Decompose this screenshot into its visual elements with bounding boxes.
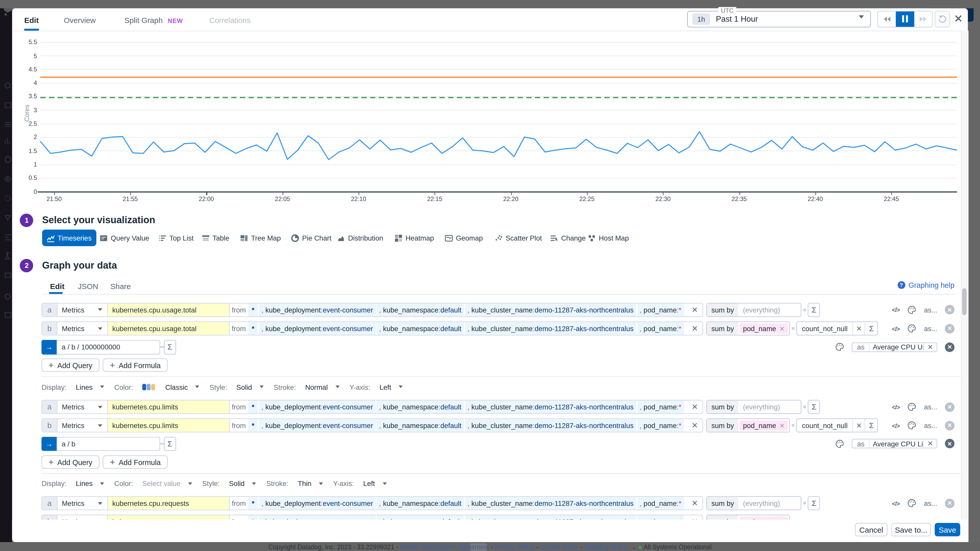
- code-icon[interactable]: </>: [892, 500, 900, 507]
- alias-button[interactable]: as...: [924, 422, 937, 429]
- code-icon[interactable]: </>: [892, 306, 900, 313]
- add-function-button[interactable]: Σ: [808, 303, 820, 317]
- remove-query-icon[interactable]: ✕: [945, 324, 955, 333]
- metric-field[interactable]: kubernetes.cpu.usage.total: [108, 322, 229, 335]
- metric-field[interactable]: kubernetes.cpu.requests: [108, 497, 229, 510]
- link-msa[interactable]: Master Subscription Agreement: [400, 543, 489, 550]
- source-select[interactable]: Metrics: [57, 419, 108, 432]
- viz-option-tree-map[interactable]: Tree Map: [240, 230, 281, 246]
- add-function-button[interactable]: Σ: [164, 437, 176, 451]
- graphing-help-link[interactable]: ? Graphing help: [897, 281, 955, 289]
- time-pause-button[interactable]: [896, 11, 914, 27]
- clear-alias-icon[interactable]: ✕: [923, 440, 937, 448]
- link-status[interactable]: Datadog Status: [584, 543, 628, 550]
- alias-input[interactable]: Average CPU Limit: [870, 440, 923, 448]
- add-function-button[interactable]: Σ: [808, 496, 820, 510]
- alias-button[interactable]: as...: [924, 325, 937, 332]
- tab-graph-edit[interactable]: Edit: [50, 282, 65, 291]
- style-select[interactable]: Solid: [236, 383, 252, 391]
- sidebar-nav-icons[interactable]: [5, 82, 12, 324]
- palette-icon[interactable]: [907, 305, 916, 314]
- palette-icon[interactable]: [907, 421, 916, 430]
- link-cookie[interactable]: Cookie Policy: [540, 543, 579, 550]
- tab-edit[interactable]: Edit: [24, 16, 39, 24]
- palette-icon[interactable]: [907, 403, 916, 411]
- palette-icon[interactable]: [907, 324, 916, 333]
- remove-query-icon[interactable]: ✕: [945, 421, 955, 430]
- source-select[interactable]: Metrics: [57, 322, 108, 335]
- restore-button[interactable]: [935, 11, 950, 27]
- add-query-button[interactable]: +Add Query: [41, 359, 99, 372]
- tab-split-graph[interactable]: Split Graph: [124, 16, 163, 24]
- viz-option-geomap[interactable]: Geomap: [445, 230, 483, 246]
- sum-by-group[interactable]: sum by pod_name✕: [706, 321, 790, 336]
- viz-option-timeseries[interactable]: Timeseries: [42, 230, 96, 246]
- viz-option-top-list[interactable]: Top List: [158, 230, 194, 246]
- tab-graph-share[interactable]: Share: [110, 282, 131, 291]
- time-forward-button[interactable]: [914, 11, 932, 27]
- style-select[interactable]: Solid: [229, 480, 245, 487]
- drag-handle[interactable]: [803, 502, 806, 505]
- display-select[interactable]: Lines: [76, 480, 93, 487]
- clear-scope-icon[interactable]: ✕: [687, 497, 702, 510]
- alias-button[interactable]: as...: [924, 306, 937, 314]
- viz-option-host-map[interactable]: Host Map: [588, 230, 629, 246]
- scope-chips[interactable]: * , kube_deployment:event-consumer , kub…: [248, 322, 684, 335]
- tab-correlations[interactable]: Correlations: [209, 16, 251, 24]
- clear-scope-icon[interactable]: ✕: [687, 322, 702, 335]
- alias-box[interactable]: as Average CPU Usage ✕: [852, 342, 937, 352]
- function-group[interactable]: count_not_null ✕ Σ: [796, 418, 878, 433]
- color-select[interactable]: Classic: [165, 383, 188, 391]
- scope-chips[interactable]: * , kube_deployment:event-consumer , kub…: [248, 497, 684, 510]
- sum-by-group[interactable]: sum by (everything): [706, 303, 802, 317]
- source-select[interactable]: Metrics: [57, 497, 108, 510]
- add-formula-button[interactable]: +Add Formula: [103, 456, 168, 468]
- remove-formula-icon[interactable]: ✕: [945, 439, 955, 449]
- remove-tag-icon[interactable]: ✕: [780, 325, 785, 332]
- drag-handle[interactable]: [803, 406, 806, 408]
- add-function-button[interactable]: Σ: [808, 400, 820, 414]
- clear-scope-icon[interactable]: ✕: [687, 303, 702, 316]
- clear-alias-icon[interactable]: ✕: [923, 343, 937, 351]
- sum-by-tag[interactable]: pod_name✕: [740, 421, 788, 431]
- palette-icon[interactable]: [835, 439, 844, 448]
- metric-field[interactable]: kubernetes.cpu.limits: [108, 400, 229, 413]
- alias-input[interactable]: Average CPU Usage: [870, 343, 923, 351]
- color-select[interactable]: Select value: [142, 480, 180, 487]
- add-formula-button[interactable]: +Add Formula: [103, 359, 168, 372]
- viz-option-pie-chart[interactable]: Pie Chart: [291, 230, 331, 246]
- save-to-button[interactable]: Save to...: [891, 523, 931, 537]
- alias-button[interactable]: as...: [924, 499, 937, 507]
- palette-icon[interactable]: [907, 499, 916, 508]
- source-select[interactable]: Metrics: [57, 400, 108, 413]
- sum-by-group[interactable]: sum by (everything): [706, 496, 802, 510]
- sum-by-group[interactable]: sum by (everything): [706, 400, 802, 414]
- scope-chips[interactable]: * , kube_deployment:event-consumer , kub…: [248, 400, 684, 413]
- remove-formula-icon[interactable]: ✕: [945, 342, 955, 352]
- remove-function-icon[interactable]: ✕: [853, 322, 865, 335]
- drag-handle[interactable]: [792, 327, 794, 330]
- remove-query-icon[interactable]: ✕: [945, 305, 955, 315]
- yaxis-select[interactable]: Left: [380, 383, 391, 391]
- stroke-select[interactable]: Thin: [298, 480, 312, 487]
- code-icon[interactable]: </>: [892, 403, 900, 411]
- modal-scrollbar-track[interactable]: [961, 30, 969, 542]
- metric-field[interactable]: kubernetes.cpu.limits: [108, 419, 229, 432]
- drag-handle[interactable]: [792, 424, 794, 427]
- alias-box[interactable]: as Average CPU Limit ✕: [852, 439, 937, 449]
- yaxis-select[interactable]: Left: [363, 480, 375, 487]
- alias-button[interactable]: as...: [924, 403, 937, 411]
- source-select[interactable]: Metrics: [57, 303, 108, 316]
- palette-icon[interactable]: [835, 343, 844, 351]
- remove-query-icon[interactable]: ✕: [945, 402, 955, 412]
- scope-chips[interactable]: * , kube_deployment:event-consumer , kub…: [248, 419, 684, 432]
- metric-field[interactable]: kubernetes.cpu.usage.total: [108, 303, 229, 316]
- viz-option-table[interactable]: Table: [201, 230, 229, 246]
- sum-by-group[interactable]: sum by pod_name✕: [706, 418, 790, 433]
- time-range-select[interactable]: [687, 11, 871, 27]
- add-query-button[interactable]: +Add Query: [41, 456, 99, 468]
- drag-handle[interactable]: [803, 309, 806, 311]
- function-group[interactable]: count_not_null ✕ Σ: [796, 321, 878, 336]
- formula-input[interactable]: a / b / 1000000000: [56, 340, 160, 354]
- clear-scope-icon[interactable]: ✕: [687, 419, 702, 432]
